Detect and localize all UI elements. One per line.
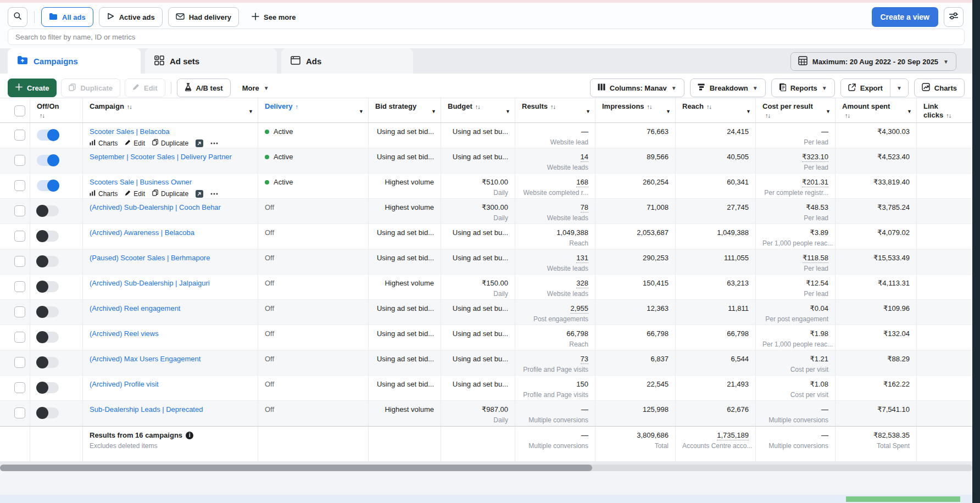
create-button[interactable]: Create bbox=[8, 79, 57, 97]
row-checkbox[interactable] bbox=[14, 306, 25, 317]
row-checkbox[interactable] bbox=[14, 180, 25, 191]
campaign-link[interactable]: (Archived) Max Users Engagement bbox=[90, 355, 251, 364]
scrollbar-thumb[interactable] bbox=[0, 465, 592, 471]
cost-per-result-value[interactable]: ₹201.31 bbox=[802, 178, 828, 187]
row-edit-action[interactable]: Edit bbox=[125, 139, 145, 148]
campaign-link[interactable]: (Paused) Scooter Sales | Berhmapore bbox=[90, 254, 251, 262]
chevron-down-icon[interactable]: ▼ bbox=[359, 107, 364, 116]
results-value[interactable]: 131 bbox=[576, 254, 588, 263]
more-options-icon[interactable] bbox=[210, 142, 218, 144]
export-options-button[interactable]: ▼ bbox=[890, 79, 908, 97]
columns-button[interactable]: Columns: Manav ▼ bbox=[590, 79, 684, 97]
campaign-link[interactable]: (Archived) Awareness | Belacoba bbox=[90, 228, 251, 237]
campaign-toggle[interactable] bbox=[37, 205, 59, 216]
results-value[interactable]: 168 bbox=[576, 178, 588, 187]
sort-arrows-icon[interactable]: ↑↓ bbox=[127, 103, 132, 110]
chevron-down-icon[interactable]: ▼ bbox=[907, 107, 912, 116]
results-value[interactable]: 14 bbox=[581, 153, 588, 162]
results-value[interactable]: 73 bbox=[581, 355, 588, 364]
filter-active-ads[interactable]: Active ads bbox=[99, 7, 163, 27]
column-header-reach[interactable]: Reach↑↓▼ bbox=[676, 98, 756, 122]
results-value[interactable]: 328 bbox=[576, 279, 588, 288]
column-header-off-on[interactable]: Off/On↑↓ bbox=[30, 98, 83, 122]
campaign-toggle[interactable] bbox=[37, 281, 59, 292]
ab-test-button[interactable]: A/B test bbox=[177, 79, 231, 97]
view-settings-button[interactable] bbox=[944, 7, 964, 27]
campaign-toggle[interactable] bbox=[37, 231, 59, 242]
campaign-link[interactable]: (Archived) Profile visit bbox=[90, 380, 251, 389]
row-charts-action[interactable]: Charts bbox=[90, 139, 118, 148]
row-checkbox[interactable] bbox=[14, 205, 25, 216]
campaign-toggle[interactable] bbox=[37, 332, 59, 343]
row-checkbox[interactable] bbox=[14, 130, 25, 141]
column-header-bid-strategy[interactable]: Bid strategy▼ bbox=[369, 98, 441, 122]
row-edit-action[interactable]: Edit bbox=[125, 189, 145, 198]
campaign-toggle[interactable] bbox=[37, 130, 59, 141]
filter-all-ads[interactable]: All ads bbox=[41, 7, 93, 27]
column-header-impressions[interactable]: Impressions↑↓▼ bbox=[595, 98, 676, 122]
chevron-down-icon[interactable]: ▼ bbox=[248, 107, 253, 116]
campaign-link[interactable]: Scooters Sale | Business Owner bbox=[90, 178, 251, 187]
results-value[interactable]: 2,955 bbox=[570, 304, 588, 314]
row-duplicate-action[interactable]: Duplicate bbox=[152, 189, 188, 198]
more-options-icon[interactable] bbox=[210, 193, 218, 195]
create-a-view-button[interactable]: Create a view bbox=[872, 7, 939, 27]
campaign-toggle[interactable] bbox=[37, 256, 59, 267]
campaign-toggle[interactable] bbox=[37, 407, 59, 418]
campaign-link[interactable]: (Archived) Sub-Dealership | Jalpaiguri bbox=[90, 279, 251, 288]
filter-see-more[interactable]: See more bbox=[244, 7, 303, 27]
sort-arrows-icon[interactable]: ↑↓ bbox=[845, 112, 850, 119]
column-header-budget[interactable]: Budget↑↓▼ bbox=[441, 98, 515, 122]
column-header-delivery[interactable]: Delivery↑▼ bbox=[258, 98, 369, 122]
row-checkbox[interactable] bbox=[14, 231, 25, 242]
date-range-selector[interactable]: Maximum: 20 Aug 2022 - 20 Sep 2025 ▼ bbox=[790, 52, 956, 71]
search-button[interactable] bbox=[8, 7, 27, 27]
chevron-down-icon[interactable]: ▼ bbox=[586, 107, 591, 116]
info-icon[interactable]: i bbox=[186, 432, 193, 439]
more-button[interactable]: More ▼ bbox=[235, 79, 276, 97]
horizontal-scrollbar[interactable] bbox=[0, 465, 972, 471]
campaign-toggle[interactable] bbox=[37, 155, 59, 166]
cost-per-result-value[interactable]: ₹118.58 bbox=[803, 254, 828, 263]
sort-arrows-icon[interactable]: ↑↓ bbox=[706, 103, 711, 110]
tab-ad-sets[interactable]: Ad sets bbox=[145, 48, 277, 74]
column-header-campaign[interactable]: Campaign↑↓▼ bbox=[83, 98, 258, 122]
campaign-toggle[interactable] bbox=[37, 357, 59, 368]
chevron-down-icon[interactable]: ▼ bbox=[505, 107, 510, 116]
edit-button[interactable]: Edit bbox=[125, 79, 165, 97]
campaign-link[interactable]: Sub-Dealership Leads | Deprecated bbox=[90, 405, 251, 414]
chevron-down-icon[interactable]: ▼ bbox=[826, 107, 831, 116]
sort-arrows-icon[interactable]: ↑↓ bbox=[946, 112, 951, 119]
select-all-checkbox[interactable] bbox=[14, 105, 25, 116]
sort-arrows-icon[interactable]: ↑↓ bbox=[550, 103, 555, 110]
tab-ads[interactable]: Ads bbox=[281, 48, 413, 74]
duplicate-button[interactable]: Duplicate bbox=[61, 79, 120, 97]
sort-arrows-icon[interactable]: ↑↓ bbox=[40, 112, 44, 119]
row-checkbox[interactable] bbox=[14, 332, 25, 343]
footer-reach-value[interactable]: 1,735,189 bbox=[717, 431, 749, 440]
charts-button[interactable]: Charts bbox=[914, 79, 965, 97]
results-value[interactable]: 78 bbox=[581, 203, 588, 213]
reports-button[interactable]: Reports ▼ bbox=[771, 79, 835, 97]
column-header-cost-per-result[interactable]: Cost per result↑↓▼ bbox=[756, 98, 836, 122]
campaign-toggle[interactable] bbox=[37, 180, 59, 191]
breakdown-button[interactable]: Breakdown ▼ bbox=[690, 79, 766, 97]
chevron-down-icon[interactable]: ▼ bbox=[746, 107, 751, 116]
row-checkbox[interactable] bbox=[14, 256, 25, 267]
row-checkbox[interactable] bbox=[14, 407, 25, 418]
row-checkbox[interactable] bbox=[14, 382, 25, 393]
campaign-link[interactable]: September | Scooter Sales | Delivery Par… bbox=[90, 153, 251, 161]
campaign-link[interactable]: (Archived) Reel engagement bbox=[90, 304, 251, 313]
row-checkbox[interactable] bbox=[14, 155, 25, 166]
row-duplicate-action[interactable]: Duplicate bbox=[152, 139, 188, 148]
campaign-link[interactable]: (Archived) Reel views bbox=[90, 329, 251, 338]
chevron-down-icon[interactable]: ▼ bbox=[431, 107, 436, 116]
tab-campaigns[interactable]: Campaigns bbox=[8, 48, 141, 74]
campaign-toggle[interactable] bbox=[37, 382, 59, 393]
campaign-link[interactable]: Scooter Sales | Belacoba bbox=[90, 127, 251, 136]
row-charts-action[interactable]: Charts bbox=[90, 189, 118, 198]
search-input[interactable]: Search to filter by name, ID or metrics bbox=[8, 29, 965, 45]
campaign-link[interactable]: (Archived) Sub-Dealership | Cooch Behar bbox=[90, 203, 251, 212]
row-checkbox[interactable] bbox=[14, 357, 25, 368]
export-button[interactable]: Export bbox=[841, 79, 890, 97]
